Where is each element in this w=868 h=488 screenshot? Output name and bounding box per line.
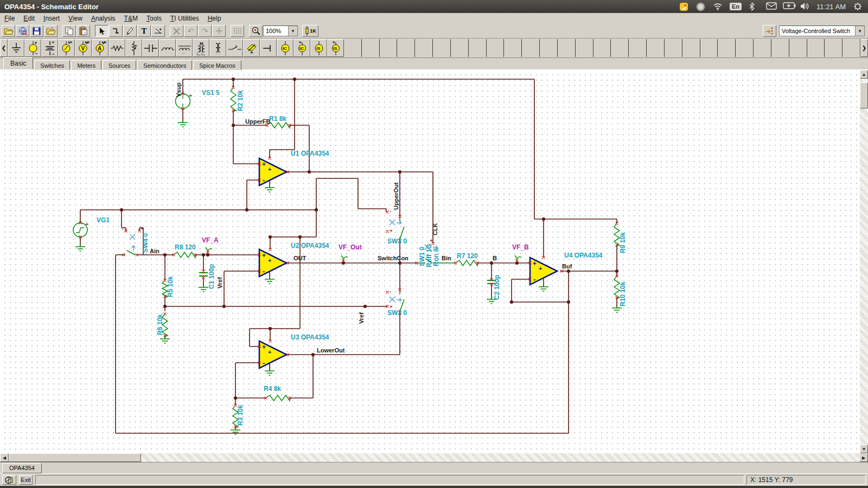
component-resistor[interactable] — [108, 39, 125, 57]
component-label-R8-120[interactable]: R8 120 — [175, 243, 196, 251]
menu-item-edit[interactable]: Edit — [19, 14, 39, 23]
component-label-C2-100p[interactable]: C2 100p — [493, 275, 501, 300]
wire-tool-button[interactable] — [109, 25, 123, 37]
component-label-SW2-0[interactable]: SW2 0 — [387, 309, 407, 317]
sheet-tab[interactable]: OPA4354 — [2, 463, 42, 473]
net-label-LowerOut[interactable]: LowerOut — [317, 347, 345, 354]
component-signal-generator[interactable] — [58, 39, 75, 57]
menu-item-help[interactable]: Help — [203, 14, 226, 23]
tab-switches[interactable]: Switches — [34, 60, 70, 70]
undo-button[interactable]: ↶ — [184, 25, 197, 37]
net-label-Vsup[interactable]: Vsup — [175, 82, 182, 97]
open-file-button[interactable] — [2, 25, 15, 37]
ground-symbol[interactable] — [160, 337, 170, 343]
probe-label-VF_B[interactable]: VF_B — [512, 243, 529, 251]
component-label-R3-10k[interactable]: R3 10k — [237, 404, 244, 426]
scroll-down-arrow[interactable]: ▼ — [860, 445, 868, 453]
ground-symbol[interactable] — [178, 120, 188, 127]
component-voltmeter[interactable]: V — [75, 39, 92, 57]
component-terminator[interactable] — [260, 39, 277, 57]
select-cursor-button[interactable] — [95, 25, 108, 37]
resistor-R8[interactable] — [174, 252, 195, 258]
net-label-UpperOut[interactable]: UpperOut — [393, 182, 399, 210]
menu-item-ti-utilities[interactable]: TI Utilities — [166, 14, 203, 23]
open-web-button[interactable] — [16, 25, 29, 37]
tab-spice-macros[interactable]: Spice Macros — [193, 60, 241, 70]
probe-label-VF_Out[interactable]: VF_Out — [339, 243, 362, 251]
vertical-scrollbar[interactable] — [860, 70, 868, 453]
menu-item-analysis[interactable]: Analysis — [87, 14, 120, 23]
wifi-icon[interactable] — [713, 2, 722, 11]
mail-icon[interactable] — [766, 2, 775, 11]
clock-text[interactable]: 11:21 AM — [816, 3, 846, 11]
component-label-R6-10k[interactable]: R6 10k — [156, 314, 164, 335]
ground-symbol[interactable] — [265, 185, 275, 192]
ground-symbol[interactable] — [539, 285, 548, 291]
component-label-R4-8k[interactable]: R4 8k — [264, 385, 281, 393]
component-voltage-source[interactable] — [24, 39, 41, 57]
component-label-VS1-5[interactable]: VS1 5 — [202, 89, 220, 97]
horizontal-scroll-thumb[interactable] — [9, 453, 141, 462]
component-transformer[interactable]: ML₁ L₂ — [193, 39, 209, 57]
tab-sources[interactable]: Sources — [103, 60, 136, 70]
tab-basic[interactable]: Basic — [3, 57, 33, 69]
origin-cross-button[interactable] — [212, 25, 226, 37]
resistor-R4[interactable] — [266, 395, 290, 401]
net-label-UpperFB[interactable]: UpperFB — [245, 118, 271, 125]
schematic-drawing[interactable]: ++++-++-++-++--+-+-++VS1 5R2 10kR1 8kU1 … — [0, 70, 860, 453]
component-label-Roff-1G[interactable]: Roff 1G — [425, 244, 433, 267]
component-relay[interactable] — [243, 39, 260, 57]
component-ammeter[interactable]: A — [92, 39, 108, 57]
component-ground[interactable] — [8, 39, 24, 57]
ground-symbol[interactable] — [265, 277, 275, 284]
component-label-R9-10k[interactable]: R9 10k — [619, 232, 627, 253]
menu-item-insert[interactable]: Insert — [39, 14, 64, 23]
speaker-icon[interactable] — [800, 2, 809, 11]
component-label-SW4-0[interactable]: SW4 0 — [142, 233, 149, 253]
component-label-SW3-0[interactable]: SW3 0 — [387, 237, 407, 245]
component-ic-2[interactable]: IC — [293, 39, 310, 57]
component-label-C1-100p[interactable]: C1 100p — [208, 264, 215, 289]
vertical-scroll-thumb[interactable] — [860, 82, 868, 108]
component-label-U2-OPA4354[interactable]: U2 OPA4354 — [291, 242, 329, 249]
scroll-left-button[interactable]: ❮ — [0, 39, 8, 57]
net-label-OUT[interactable]: OUT — [293, 255, 307, 261]
menu-item-tools[interactable]: Tools — [142, 14, 166, 23]
redo-button[interactable]: ↷ — [198, 25, 212, 37]
component-is-2[interactable]: IS — [327, 39, 344, 57]
paste-button[interactable] — [76, 25, 90, 37]
net-label-Vref[interactable]: Vref — [358, 312, 365, 324]
last-component-button[interactable]: 1K — [302, 25, 318, 37]
ground-symbol[interactable] — [265, 369, 275, 375]
component-label-U3-OPA4354[interactable]: U3 OPA4354 — [291, 333, 329, 341]
resistor-R2[interactable] — [231, 87, 236, 111]
component-ic-1[interactable]: IC — [277, 39, 293, 57]
app-yellow-icon[interactable] — [679, 2, 688, 11]
volume-sphere-icon[interactable] — [696, 2, 705, 11]
component-potentiometer[interactable] — [125, 39, 142, 57]
component-label-R10-10k[interactable]: R10 10k — [619, 281, 627, 306]
tab-meters[interactable]: Meters — [71, 60, 101, 70]
delete-button[interactable] — [170, 25, 183, 37]
zoom-level-combo[interactable]: 100% ▼ — [263, 25, 298, 36]
net-label-Ain[interactable]: Ain — [150, 248, 159, 254]
scroll-up-arrow[interactable]: ▲ — [860, 70, 868, 79]
component-label-U1-OPA4354[interactable]: U1 OPA4354 — [291, 150, 329, 157]
component-label-VG1[interactable]: VG1 — [97, 216, 110, 224]
net-label-SwitchCon[interactable]: SwitchCon — [378, 255, 409, 261]
component-label-Ron-8[interactable]: Ron 8 — [432, 248, 440, 266]
schematic-canvas[interactable]: ++++-++-++-++--+-+-++VS1 5R2 10kR1 8kU1 … — [0, 70, 860, 453]
opamp-U2[interactable]: ++- — [259, 249, 286, 277]
component-is-1[interactable]: IS — [310, 39, 327, 57]
menu-item-file[interactable]: File — [0, 14, 19, 23]
net-label-Vref[interactable]: Vref — [216, 277, 223, 288]
zoom-tool-button[interactable] — [249, 25, 263, 37]
component-label-R7-120[interactable]: R7 120 — [457, 252, 478, 260]
app-logo-button[interactable] — [2, 475, 16, 485]
open-macro-button[interactable] — [44, 25, 58, 37]
opamp-U1[interactable]: ++- — [259, 158, 286, 185]
title-bar[interactable]: OPA4354 - Schematic Editor En 11:21 AM — [0, 0, 868, 13]
chevron-down-icon[interactable]: ▼ — [855, 26, 864, 36]
wires[interactable] — [80, 79, 617, 433]
component-label-R2-10k[interactable]: R2 10k — [237, 90, 244, 111]
